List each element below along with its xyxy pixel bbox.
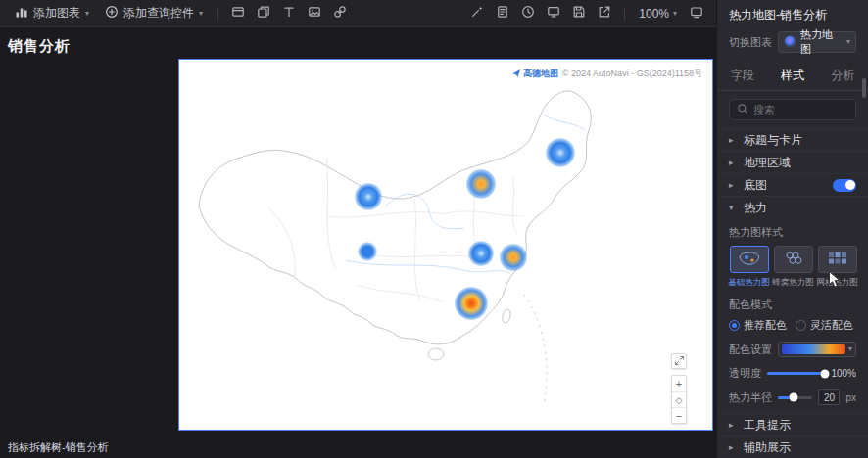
panel-tabs: 字段 样式 分析: [717, 61, 868, 91]
radius-slider-knob[interactable]: [789, 393, 797, 402]
chevron-right-icon: ▸: [729, 443, 737, 452]
publish-button[interactable]: [593, 3, 616, 24]
toolbar-divider: [624, 7, 625, 21]
heat-style-grid-thumb[interactable]: [818, 246, 857, 273]
plus-circle-icon: [105, 5, 119, 22]
tabs-icon: [257, 5, 270, 22]
page-title: 销售分析: [8, 37, 71, 56]
color-gradient-select[interactable]: ▾: [778, 342, 856, 357]
heat-style-basic-thumb[interactable]: [730, 246, 769, 273]
base-map-toggle[interactable]: [833, 179, 856, 192]
container-icon: [231, 5, 245, 22]
bar-chart-icon: [15, 5, 28, 22]
color-setting-label: 配色设置: [729, 343, 772, 357]
add-query-control-button[interactable]: 添加查询控件 ▾: [98, 2, 210, 24]
toolbar-right-group: 100% ▾: [465, 3, 708, 24]
section-heat[interactable]: ▾ 热力: [717, 196, 868, 218]
history-button[interactable]: [516, 3, 540, 24]
add-chart-label: 添加图表: [33, 5, 80, 22]
panel-scrollbar-thumb[interactable]: [862, 78, 866, 98]
heat-style-honeycomb-label: 蜂窝热力图: [772, 276, 814, 288]
map-zoom-in-button[interactable]: +: [672, 376, 686, 391]
color-setting-row: 配色设置 ▾: [729, 342, 856, 357]
document-icon: [496, 5, 509, 22]
export-icon: [598, 5, 611, 22]
search-input[interactable]: [753, 104, 848, 115]
toolbar-divider: [217, 7, 218, 21]
panel-title: 热力地图-销售分析: [717, 0, 868, 28]
tab-style[interactable]: 样式: [767, 61, 817, 90]
add-chart-button[interactable]: 添加图表 ▾: [8, 2, 96, 24]
heat-style-honeycomb-thumb[interactable]: [774, 246, 813, 273]
opacity-slider-fill: [767, 372, 825, 375]
tab-fields[interactable]: 字段: [717, 61, 767, 90]
heat-style-label: 热力图样式: [729, 225, 856, 240]
search-row: [717, 91, 868, 128]
section-base-map[interactable]: ▸ 底图: [717, 173, 868, 196]
link-icon: [333, 5, 347, 22]
heatmap-chart[interactable]: 高德地图 © 2024 AutoNavi - GS(2024)1158号 + ◇…: [178, 59, 713, 431]
document-button[interactable]: [491, 3, 514, 24]
heat-style-grid-label: 网格热力图: [816, 276, 858, 288]
radius-label: 热力半径: [729, 390, 772, 405]
container-button[interactable]: [226, 3, 250, 24]
map-zoom-out-button[interactable]: −: [672, 407, 686, 423]
section-tooltip[interactable]: ▸ 工具提示: [717, 413, 868, 435]
chevron-right-icon: ▸: [729, 421, 737, 430]
opacity-slider-knob[interactable]: [821, 369, 830, 378]
heat-style-honeycomb[interactable]: 蜂窝热力图: [773, 246, 813, 289]
section-aux-display-label: 辅助展示: [744, 439, 791, 456]
amap-logo-icon: [511, 69, 521, 80]
chevron-right-icon: ▸: [729, 136, 737, 145]
link-widget-button[interactable]: [328, 3, 352, 24]
opacity-slider[interactable]: [767, 372, 825, 375]
switch-chart-label: 切换图表: [729, 35, 772, 50]
opacity-label: 透明度: [729, 366, 761, 381]
config-panel: 热力地图-销售分析 切换图表 热力地图 ▾ 字段 样式 分析 ▸ 标题与卡片: [716, 0, 868, 458]
chevron-right-icon: ▸: [729, 181, 737, 190]
dashboard-canvas[interactable]: 销售分析: [0, 27, 716, 458]
section-title-card[interactable]: ▸ 标题与卡片: [717, 128, 868, 151]
tab-analysis[interactable]: 分析: [818, 61, 868, 90]
radio-unselected-icon: [796, 320, 806, 331]
search-box[interactable]: [729, 99, 856, 120]
heat-style-basic[interactable]: 基础热力图: [729, 246, 769, 289]
ai-assistant-button[interactable]: [465, 3, 489, 24]
section-aux-display[interactable]: ▸ 辅助展示: [717, 435, 868, 458]
monitor-icon: [547, 5, 560, 22]
save-button[interactable]: [567, 3, 591, 24]
text-widget-button[interactable]: [277, 3, 301, 24]
preview-button[interactable]: [542, 3, 565, 24]
map-expand-button[interactable]: [671, 353, 687, 369]
switch-chart-row: 切换图表 热力地图 ▾: [717, 28, 868, 61]
section-geo-area-label: 地理区域: [744, 155, 791, 171]
chevron-down-icon: ▾: [729, 204, 737, 212]
screen-icon: [690, 5, 703, 22]
chart-type-value: 热力地图: [800, 27, 843, 57]
china-map: [179, 60, 714, 432]
color-mode-recommended-label: 推荐配色: [744, 318, 787, 333]
color-mode-flexible[interactable]: 灵活配色: [796, 318, 853, 333]
next-chart-label[interactable]: 指标拆解树-销售分析: [8, 440, 109, 455]
tab-widget-button[interactable]: [252, 3, 275, 24]
section-geo-area[interactable]: ▸ 地理区域: [717, 151, 868, 173]
chart-type-select[interactable]: 热力地图 ▾: [778, 31, 856, 53]
section-title-card-label: 标题与卡片: [744, 132, 802, 149]
search-icon: [737, 103, 748, 117]
magic-wand-icon: [470, 5, 484, 22]
app-root: 添加图表 ▾ 添加查询控件 ▾: [0, 0, 868, 458]
color-gradient-bar: [782, 344, 845, 354]
color-mode-recommended[interactable]: 推荐配色: [729, 318, 787, 333]
heat-style-basic-label: 基础热力图: [728, 276, 770, 288]
zoom-select[interactable]: 100% ▾: [633, 5, 683, 23]
clock-icon: [521, 5, 535, 22]
map-locate-button[interactable]: ◇: [672, 391, 686, 407]
fullscreen-button[interactable]: [685, 3, 708, 24]
section-tooltip-label: 工具提示: [744, 417, 791, 434]
radius-input[interactable]: [818, 389, 840, 405]
heat-style-grid[interactable]: 网格热力图: [817, 246, 857, 289]
amap-brand: 高德地图: [511, 68, 558, 80]
radius-slider[interactable]: [778, 396, 812, 399]
image-widget-button[interactable]: [303, 3, 326, 24]
map-zoom-control: + ◇ −: [671, 375, 687, 424]
